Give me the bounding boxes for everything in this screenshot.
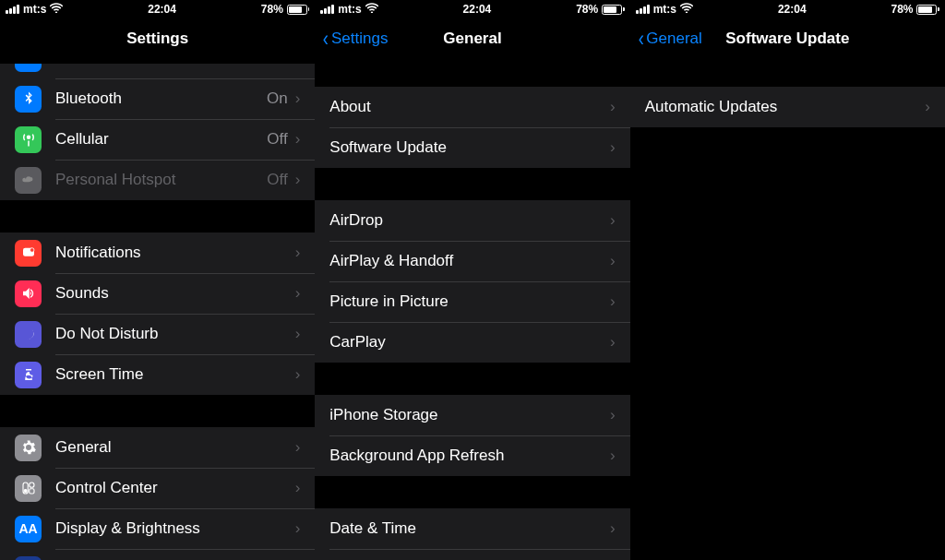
row-label: AirDrop bbox=[329, 211, 610, 230]
battery-pct: 78% bbox=[576, 3, 598, 16]
row-label: Display & Brightness bbox=[55, 519, 295, 538]
row-software-update[interactable]: Software Update› bbox=[315, 127, 629, 168]
chevron-left-icon: ‹ bbox=[323, 29, 329, 50]
carrier-label: mt:s bbox=[653, 3, 676, 16]
row-date-time[interactable]: Date & Time› bbox=[315, 508, 629, 549]
status-bar: mt:s 22:04 78% bbox=[630, 0, 945, 18]
battery-icon bbox=[287, 5, 310, 15]
row-general[interactable]: General › bbox=[0, 427, 315, 468]
chevron-right-icon: › bbox=[295, 438, 301, 457]
chevron-right-icon: › bbox=[295, 244, 301, 262]
chevron-right-icon: › bbox=[295, 325, 301, 343]
row-notifications[interactable]: Notifications › bbox=[0, 232, 315, 273]
svg-point-5 bbox=[24, 490, 27, 493]
row-screen-time[interactable]: Screen Time › bbox=[0, 354, 315, 395]
chevron-right-icon: › bbox=[295, 479, 301, 497]
wifi-row-icon bbox=[15, 64, 42, 72]
chevron-right-icon: › bbox=[610, 447, 616, 465]
row-automatic-updates[interactable]: Automatic Updates› bbox=[630, 87, 945, 127]
row-label: iPhone Storage bbox=[329, 406, 610, 424]
row-control-center[interactable]: Control Center › bbox=[0, 468, 315, 508]
homescreen-icon bbox=[15, 556, 42, 561]
row-value: Off bbox=[267, 171, 287, 189]
status-bar: mt:s 22:04 78% bbox=[0, 0, 315, 18]
screen-settings: mt:s 22:04 78% Settings Bluetooth On › C… bbox=[0, 0, 315, 560]
status-time: 22:04 bbox=[148, 3, 176, 16]
signal-icon bbox=[636, 5, 650, 14]
back-label: General bbox=[646, 30, 701, 48]
nav-bar: ‹Settings General bbox=[315, 18, 629, 59]
status-bar: mt:s 22:04 78% bbox=[315, 0, 629, 18]
carrier-label: mt:s bbox=[338, 3, 361, 16]
row-about[interactable]: About› bbox=[315, 87, 629, 127]
control-center-icon bbox=[15, 475, 42, 502]
status-time: 22:04 bbox=[778, 3, 807, 16]
screen-software-update: mt:s 22:04 78% ‹General Software Update … bbox=[630, 0, 945, 560]
row-label: Control Center bbox=[55, 479, 295, 497]
row-sounds[interactable]: Sounds › bbox=[0, 273, 315, 314]
bluetooth-icon bbox=[15, 86, 42, 113]
chevron-right-icon: › bbox=[610, 98, 616, 116]
nav-bar: ‹General Software Update bbox=[630, 18, 945, 59]
row-label: Sounds bbox=[55, 284, 295, 303]
row-iphone-storage[interactable]: iPhone Storage› bbox=[315, 395, 629, 435]
row-label: General bbox=[55, 438, 295, 457]
row-label: Picture in Picture bbox=[329, 292, 610, 311]
chevron-right-icon: › bbox=[295, 365, 301, 384]
wifi-icon bbox=[680, 3, 693, 16]
chevron-right-icon: › bbox=[295, 284, 301, 303]
chevron-right-icon: › bbox=[610, 333, 616, 351]
sounds-icon bbox=[15, 280, 42, 307]
row-label: Cellular bbox=[55, 130, 267, 149]
display-icon: AA bbox=[15, 516, 42, 542]
chevron-left-icon: ‹ bbox=[638, 29, 643, 50]
signal-icon bbox=[320, 5, 334, 14]
status-time: 22:04 bbox=[463, 3, 492, 16]
row-cellular[interactable]: Cellular Off › bbox=[0, 119, 315, 160]
screentime-icon bbox=[15, 362, 42, 388]
notifications-icon bbox=[15, 240, 42, 267]
chevron-right-icon: › bbox=[610, 292, 616, 311]
battery-pct: 78% bbox=[891, 3, 913, 16]
row-keyboard[interactable]: Keyboard› bbox=[315, 549, 629, 560]
battery-icon bbox=[916, 5, 939, 15]
row-value: On bbox=[267, 89, 288, 108]
row-label: Software Update bbox=[329, 138, 610, 157]
carrier-label: mt:s bbox=[23, 3, 46, 16]
row-airplay[interactable]: AirPlay & Handoff› bbox=[315, 241, 629, 281]
row-carplay[interactable]: CarPlay› bbox=[315, 322, 629, 363]
back-label: Settings bbox=[331, 30, 388, 48]
row-label: Personal Hotspot bbox=[55, 171, 267, 189]
hotspot-icon bbox=[15, 167, 42, 194]
row-home-screen[interactable]: Home Screen › bbox=[0, 549, 315, 560]
row-pip[interactable]: Picture in Picture› bbox=[315, 281, 629, 322]
dnd-icon bbox=[15, 321, 42, 348]
row-do-not-disturb[interactable]: Do Not Disturb › bbox=[0, 314, 315, 354]
row-personal-hotspot[interactable]: Personal Hotspot Off › bbox=[0, 160, 315, 200]
chevron-right-icon: › bbox=[610, 211, 616, 230]
chevron-right-icon: › bbox=[610, 252, 616, 270]
row-label: Background App Refresh bbox=[329, 447, 610, 465]
row-airdrop[interactable]: AirDrop› bbox=[315, 200, 629, 241]
chevron-right-icon: › bbox=[610, 406, 616, 424]
row-bluetooth[interactable]: Bluetooth On › bbox=[0, 78, 315, 119]
back-button[interactable]: ‹Settings bbox=[315, 29, 388, 50]
back-button[interactable]: ‹General bbox=[630, 29, 702, 50]
row-label: Automatic Updates bbox=[645, 98, 926, 116]
row-label: Date & Time bbox=[329, 519, 610, 538]
page-title: Settings bbox=[0, 30, 315, 48]
chevron-right-icon: › bbox=[295, 89, 301, 108]
svg-point-1 bbox=[30, 248, 34, 253]
row-wifi-partial[interactable] bbox=[0, 64, 315, 78]
row-label: AirPlay & Handoff bbox=[329, 252, 610, 270]
row-display-brightness[interactable]: AA Display & Brightness › bbox=[0, 508, 315, 549]
row-bg-app-refresh[interactable]: Background App Refresh› bbox=[315, 435, 629, 476]
battery-icon bbox=[602, 5, 625, 15]
row-value: Off bbox=[267, 130, 287, 149]
row-label: Screen Time bbox=[55, 365, 295, 384]
row-label: Notifications bbox=[55, 244, 295, 262]
cellular-icon bbox=[15, 126, 42, 153]
chevron-right-icon: › bbox=[295, 171, 301, 189]
row-label: Bluetooth bbox=[55, 89, 267, 108]
svg-rect-3 bbox=[29, 483, 33, 487]
